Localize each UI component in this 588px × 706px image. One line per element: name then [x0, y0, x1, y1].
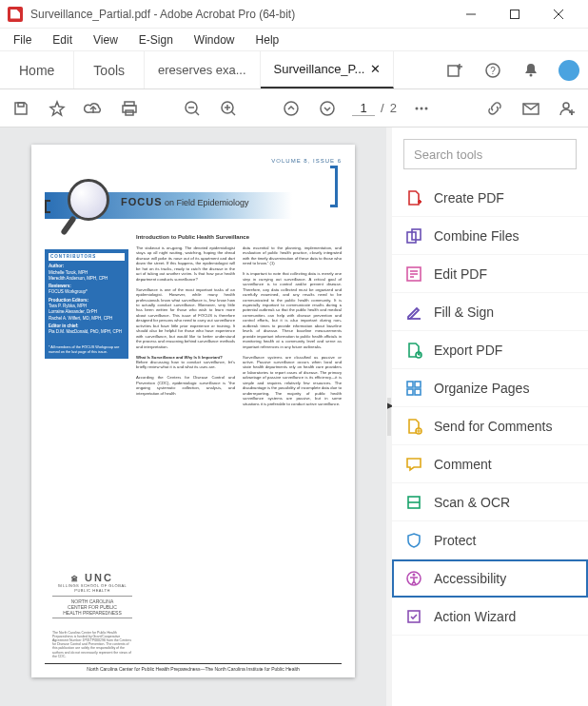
title-bar: Surveillance_Partial.pdf - Adobe Acrobat…	[0, 0, 588, 29]
tool-item-label: Action Wizard	[434, 609, 516, 624]
more-icon[interactable]	[410, 97, 433, 120]
page-down-icon[interactable]	[316, 97, 339, 120]
tool-item-combine-files[interactable]: Combine Files	[392, 217, 588, 255]
tool-item-export-pdf[interactable]: Export PDF	[392, 331, 588, 369]
tab-doc-ereserves[interactable]: ereserves exa...	[145, 51, 261, 88]
minimize-button[interactable]	[449, 0, 493, 29]
tool-item-fill-sign[interactable]: Fill & Sign	[392, 293, 588, 331]
star-icon[interactable]	[46, 97, 69, 120]
user-add-icon[interactable]	[556, 97, 578, 120]
tool-item-send-for-comments[interactable]: Send for Comments	[392, 407, 588, 445]
edit-pdf-icon	[405, 265, 422, 283]
help-icon[interactable]: ?	[474, 51, 512, 88]
svg-point-28	[563, 103, 569, 108]
svg-text:?: ?	[490, 66, 496, 76]
cloud-icon[interactable]	[82, 97, 105, 120]
tool-item-label: Accessibility	[434, 571, 506, 586]
svg-point-26	[424, 107, 427, 109]
search-tools-input[interactable]: Search tools	[403, 139, 577, 169]
svg-rect-41	[407, 382, 413, 387]
menu-file[interactable]: File	[4, 31, 41, 49]
tab-bar: Home Tools ereserves exa... Surveillance…	[0, 51, 588, 89]
page-current-input[interactable]	[352, 101, 375, 116]
tool-item-edit-pdf[interactable]: Edit PDF	[392, 255, 588, 293]
menu-edit[interactable]: Edit	[43, 31, 82, 49]
svg-line-21	[231, 111, 235, 115]
tool-item-comment[interactable]: Comment	[392, 445, 588, 483]
svg-rect-42	[415, 382, 421, 387]
tool-item-label: Create PDF	[434, 190, 504, 206]
splitter-handle-icon: ▸	[387, 398, 391, 436]
zoom-out-icon[interactable]	[181, 97, 204, 120]
export-pdf-icon	[405, 342, 422, 359]
maximize-button[interactable]	[493, 0, 537, 29]
combine-files-icon	[405, 227, 422, 245]
page-total: 2	[390, 101, 397, 115]
tool-list: Create PDFCombine FilesEdit PDFFill & Si…	[392, 179, 588, 706]
svg-point-23	[321, 102, 334, 115]
comment-icon	[405, 456, 422, 473]
svg-point-9	[530, 73, 533, 76]
protect-icon	[405, 532, 422, 549]
toolbar: / 2	[0, 89, 588, 127]
scan-ocr-icon	[405, 494, 422, 511]
svg-line-17	[195, 111, 199, 115]
menu-help[interactable]: Help	[246, 31, 289, 49]
tool-item-label: Export PDF	[434, 343, 502, 358]
svg-point-25	[420, 107, 422, 109]
svg-rect-13	[123, 106, 136, 112]
tool-item-label: Fill & Sign	[434, 304, 494, 320]
pdf-page: VOLUME 8, ISSUE 6 FOCUS on Field Epidemi…	[31, 145, 355, 677]
tool-item-protect[interactable]: Protect	[392, 521, 588, 559]
svg-rect-44	[415, 389, 421, 395]
unc-block: 🏛 UNC GILLINGS SCHOOL OF GLOBAL PUBLIC H…	[52, 572, 132, 618]
svg-point-22	[284, 102, 298, 115]
body-columns: The stakeout is on-going. The devoted ep…	[136, 245, 342, 406]
bell-icon[interactable]	[512, 51, 550, 88]
intro-heading: Introduction to Public Health Surveillan…	[136, 234, 249, 240]
page-number: / 2	[352, 101, 397, 116]
tool-item-create-pdf[interactable]: Create PDF	[392, 179, 588, 217]
tool-item-label: Protect	[434, 533, 476, 548]
tool-item-action-wizard[interactable]: Action Wizard	[392, 598, 588, 636]
zoom-in-icon[interactable]	[217, 97, 240, 120]
tools-panel: Search tools Create PDFCombine FilesEdit…	[392, 127, 588, 706]
tool-item-label: Scan & OCR	[434, 495, 510, 510]
menu-window[interactable]: Window	[185, 31, 245, 49]
contributors-box: CONTRIBUTORS Author: Michelle Torok, MPH…	[45, 249, 128, 359]
account-avatar[interactable]	[550, 51, 588, 88]
svg-point-49	[413, 573, 416, 576]
close-button[interactable]	[537, 0, 580, 29]
close-tab-icon[interactable]: ✕	[370, 62, 381, 76]
save-icon[interactable]	[10, 97, 32, 120]
menu-view[interactable]: View	[84, 31, 127, 49]
page-up-icon[interactable]	[280, 97, 303, 120]
svg-rect-10	[18, 103, 24, 107]
send-for-comments-icon	[405, 418, 422, 435]
svg-point-24	[415, 107, 418, 109]
link-icon[interactable]	[483, 97, 506, 120]
tool-item-label: Combine Files	[434, 228, 519, 244]
page-footer: North Carolina Center for Public Health …	[45, 663, 342, 672]
document-view[interactable]: VOLUME 8, ISSUE 6 FOCUS on Field Epidemi…	[0, 127, 386, 706]
tool-item-scan-ocr[interactable]: Scan & OCR	[392, 483, 588, 521]
tool-item-label: Comment	[434, 457, 492, 472]
tab-tools[interactable]: Tools	[74, 51, 145, 88]
menu-bar: File Edit View E-Sign Window Help	[0, 29, 588, 51]
print-icon[interactable]	[118, 97, 141, 120]
fill-sign-icon	[405, 304, 422, 321]
magnifier-graphic	[58, 177, 119, 238]
create-pdf-icon	[405, 189, 422, 206]
menu-esign[interactable]: E-Sign	[129, 31, 183, 49]
organize-pages-icon	[405, 380, 422, 397]
tool-item-label: Edit PDF	[434, 266, 487, 282]
tool-item-organize-pages[interactable]: Organize Pages	[392, 369, 588, 407]
tab-home[interactable]: Home	[0, 51, 74, 88]
accessibility-icon	[405, 570, 422, 587]
main-area: VOLUME 8, ISSUE 6 FOCUS on Field Epidemi…	[0, 127, 588, 706]
mail-icon[interactable]	[519, 97, 542, 120]
tab-doc-surveillance[interactable]: Surveillance_P...✕	[261, 51, 394, 88]
add-tab-icon[interactable]	[436, 51, 474, 88]
tool-item-label: Organize Pages	[434, 381, 529, 396]
tool-item-accessibility[interactable]: Accessibility	[392, 559, 588, 598]
